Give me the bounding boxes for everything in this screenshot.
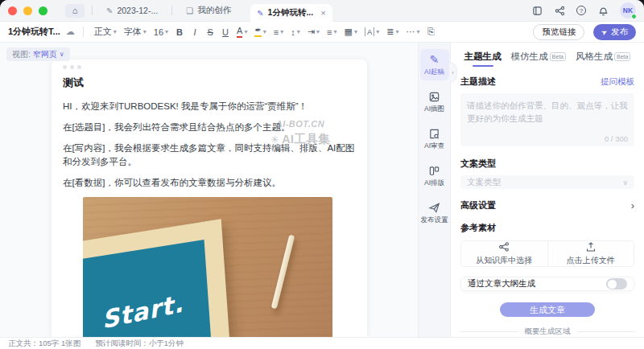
question-template-link[interactable]: 提问模板 bbox=[601, 76, 634, 88]
summary-area-label: 概要生成区域 bbox=[525, 326, 571, 337]
chevron-down-icon: ▾ bbox=[263, 28, 266, 35]
font-family-select[interactable]: 字体 ▾ bbox=[122, 26, 149, 38]
home-icon: ⌂ bbox=[72, 6, 78, 15]
outline-toggle[interactable] bbox=[606, 278, 627, 289]
reference-material-label: 参考素材 bbox=[460, 222, 634, 234]
document-paragraph[interactable]: 在[写内容]，我会根据要求生成多篇文章，同时支持编辑、排版、AI配图和分发到多平… bbox=[63, 142, 356, 170]
paper-plane-icon bbox=[428, 202, 440, 214]
strikethrough-button[interactable]: S bbox=[204, 27, 217, 37]
highlighter-icon: ✒ bbox=[254, 27, 261, 37]
line-spacing-button[interactable]: ↕ ▾ bbox=[288, 27, 303, 37]
sidebar-item-label: AI排版 bbox=[424, 179, 444, 188]
avatar-initials: NK bbox=[623, 6, 633, 14]
indent-button[interactable]: ⇥ ▾ bbox=[305, 27, 322, 37]
library-icon[interactable] bbox=[531, 5, 543, 16]
align-button[interactable]: ≡ ▾ bbox=[324, 27, 339, 37]
tab-imitation-generation[interactable]: 模仿生成 Beta bbox=[511, 51, 566, 66]
tab-my-creations[interactable]: ❏ 我的创作 bbox=[180, 0, 237, 21]
view-mode-select[interactable]: 视图: 窄网页 ∨ bbox=[6, 47, 70, 61]
paragraph-style-select[interactable]: 正文 ▾ bbox=[92, 26, 119, 38]
online-status-dot bbox=[631, 14, 637, 19]
translate-button[interactable]: A ▾ bbox=[362, 27, 382, 36]
clipboard-button[interactable]: ⎘ bbox=[425, 27, 438, 37]
copy-type-select[interactable]: 文案类型 ∨ bbox=[460, 175, 634, 189]
generation-panel: 主题生成 模仿生成 Beta 风格生成 Beta 主题描述 提问模板 0 / 3… bbox=[450, 43, 644, 337]
sidebar-item-ai-review[interactable]: AI审查 bbox=[420, 124, 449, 154]
help-icon[interactable]: ? bbox=[576, 6, 586, 15]
tab-document-1[interactable]: ✎ 2023-12-... bbox=[100, 0, 164, 21]
italic-button[interactable]: I bbox=[188, 27, 201, 37]
more-icon: ⋯ bbox=[407, 27, 415, 37]
user-avatar[interactable]: NK bbox=[620, 2, 636, 18]
bell-icon[interactable] bbox=[597, 5, 609, 16]
menu-icon: ≡ bbox=[274, 27, 279, 37]
tab-label: 2023-12-... bbox=[117, 6, 158, 15]
document-heading[interactable]: 测试 bbox=[63, 76, 356, 90]
font-size-select[interactable]: 16 ▾ bbox=[151, 27, 171, 37]
font-color-button[interactable]: A ▾ bbox=[234, 27, 250, 38]
mock-browser-dots bbox=[63, 65, 356, 69]
document-canvas[interactable]: 测试 HI，欢迎来到TURBODESK! 我是专属于你的运营“贾维斯”！ 在[选… bbox=[52, 60, 367, 337]
more-tools-button[interactable]: ⋯ ▾ bbox=[404, 27, 423, 37]
zoom-window-button[interactable] bbox=[39, 6, 47, 15]
document-paragraph[interactable]: 在[看数据]，你可以查看发布的文章数据与分析建议。 bbox=[63, 176, 356, 191]
divider bbox=[171, 6, 172, 15]
advanced-settings-label: 高级设置 bbox=[460, 199, 496, 211]
sidebar-item-ai-layout[interactable]: AI排版 bbox=[420, 161, 449, 191]
insert-table-button[interactable]: ▦ ▾ bbox=[341, 27, 359, 37]
char-counter: 0 / 300 bbox=[605, 134, 628, 143]
tab-style-generation[interactable]: 风格生成 Beta bbox=[576, 51, 630, 66]
document-image-start[interactable]: Start. bbox=[83, 197, 332, 337]
ai-draft-pencil-icon: ✎ bbox=[430, 53, 440, 66]
share-nodes-icon[interactable] bbox=[554, 5, 565, 16]
image-text: Start. bbox=[100, 289, 184, 334]
image-chalk-pen bbox=[271, 235, 295, 310]
close-window-button[interactable] bbox=[8, 6, 17, 15]
chevron-down-icon: ▾ bbox=[280, 28, 283, 35]
chevron-down-icon: ▾ bbox=[376, 28, 379, 35]
bold-button[interactable]: B bbox=[173, 27, 186, 37]
word-count: 正文共：105字 1张图 bbox=[8, 339, 80, 349]
sidebar-item-ai-draft[interactable]: ✎ AI起稿 bbox=[420, 49, 449, 80]
tab-active-document[interactable]: ✎ 1分钟玩转... × bbox=[250, 4, 332, 22]
image-icon bbox=[428, 91, 440, 103]
preview-link-button[interactable]: 预览链接 bbox=[533, 24, 584, 40]
paper-plane-icon: ➤ bbox=[601, 27, 609, 36]
document-title: 1分钟玩转T... bbox=[8, 26, 60, 38]
tab-topic-generation[interactable]: 主题生成 bbox=[464, 51, 502, 66]
publish-label: 发布 bbox=[611, 27, 628, 38]
tab-label: 我的创作 bbox=[197, 5, 231, 16]
list-button[interactable]: ≣ ▾ bbox=[384, 27, 401, 37]
generate-article-button[interactable]: 生成文章 bbox=[500, 302, 595, 317]
chevron-down-icon: ∨ bbox=[60, 51, 64, 58]
sidebar-item-label: AI插图 bbox=[424, 105, 444, 114]
main-area: 视图: 窄网页 ∨ 测试 HI，欢迎来到TURBODESK! 我是专属于你的运营… bbox=[0, 43, 644, 337]
select-from-knowledge-base-button[interactable]: 从知识库中选择 bbox=[461, 241, 548, 266]
close-tab-icon[interactable]: × bbox=[320, 8, 325, 18]
tab-label: 1分钟玩转... bbox=[268, 7, 314, 18]
paragraph-menu-button[interactable]: ≡ ▾ bbox=[271, 27, 286, 37]
document-paragraph[interactable]: 在[选题目]，我会列出符合需求且结合热点的多个主题。 bbox=[63, 121, 356, 135]
minimize-window-button[interactable] bbox=[23, 6, 32, 15]
home-button[interactable]: ⌂ bbox=[65, 4, 85, 18]
read-time: 预计阅读时间：小于1分钟 bbox=[95, 339, 184, 349]
document-paragraph[interactable]: HI，欢迎来到TURBODESK! 我是专属于你的运营“贾维斯”！ bbox=[63, 100, 356, 114]
highlight-color-button[interactable]: ✒ ▾ bbox=[252, 27, 268, 37]
publish-button[interactable]: ➤ 发布 bbox=[593, 24, 636, 40]
status-bar: 正文共：105字 1张图 预计阅读时间：小于1分钟 bbox=[0, 337, 644, 349]
underline-button[interactable]: U bbox=[219, 27, 232, 37]
chevron-down-icon: ▾ bbox=[354, 28, 357, 35]
sidebar-item-label: 发布设置 bbox=[421, 216, 448, 225]
copy-type-placeholder: 文案类型 bbox=[467, 177, 501, 188]
formatting-toolbar: 1分钟玩转T... ☁ 正文 ▾ 字体 ▾ 16 ▾ B I S U A ▾ ✒… bbox=[0, 22, 644, 43]
upload-file-label: 点击上传文件 bbox=[567, 255, 615, 266]
chevron-down-icon: ▾ bbox=[114, 28, 117, 35]
topic-description-label: 主题描述 bbox=[460, 76, 496, 88]
font-color-icon: A bbox=[237, 27, 242, 38]
file-icon: ❏ bbox=[186, 6, 193, 15]
topbar-actions: ? NK bbox=[531, 2, 636, 18]
advanced-settings-row[interactable]: 高级设置 › bbox=[460, 199, 634, 211]
sidebar-item-ai-illustration[interactable]: AI插图 bbox=[420, 87, 449, 117]
upload-file-button[interactable]: 点击上传文件 bbox=[548, 241, 634, 266]
sidebar-item-publish-settings[interactable]: 发布设置 bbox=[420, 198, 449, 228]
